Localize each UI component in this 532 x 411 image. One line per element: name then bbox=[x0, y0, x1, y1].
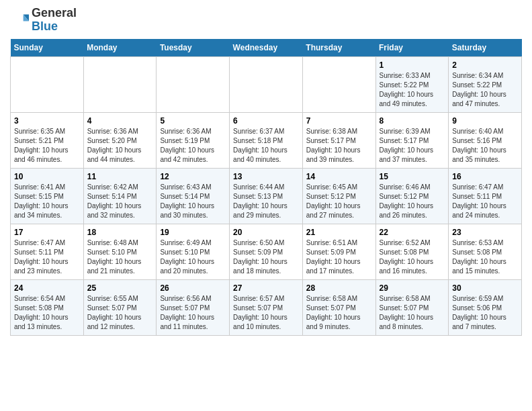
day-number: 4 bbox=[87, 116, 153, 126]
weekday-header: Monday bbox=[83, 39, 157, 57]
day-number: 11 bbox=[87, 172, 153, 181]
calendar-cell: 4Sunrise: 6:36 AM Sunset: 5:20 PM Daylig… bbox=[83, 112, 157, 168]
day-detail: Sunrise: 6:52 AM Sunset: 5:08 PM Dayligh… bbox=[380, 238, 445, 276]
calendar-cell: 10Sunrise: 6:41 AM Sunset: 5:15 PM Dayli… bbox=[11, 168, 84, 224]
weekday-header: Tuesday bbox=[157, 39, 230, 57]
day-number: 18 bbox=[87, 228, 153, 237]
calendar-cell: 22Sunrise: 6:52 AM Sunset: 5:08 PM Dayli… bbox=[375, 224, 449, 279]
day-number: 28 bbox=[306, 283, 372, 293]
day-detail: Sunrise: 6:39 AM Sunset: 5:17 PM Dayligh… bbox=[380, 127, 445, 165]
day-number: 10 bbox=[14, 172, 80, 181]
day-number: 3 bbox=[14, 116, 80, 126]
day-number: 25 bbox=[87, 283, 153, 293]
logo-general: General bbox=[32, 6, 77, 19]
weekday-header: Sunday bbox=[11, 39, 84, 57]
day-number: 20 bbox=[233, 228, 299, 237]
day-number: 26 bbox=[160, 283, 226, 293]
day-number: 6 bbox=[233, 116, 299, 126]
calendar-cell: 24Sunrise: 6:54 AM Sunset: 5:08 PM Dayli… bbox=[11, 279, 84, 335]
calendar-cell: 27Sunrise: 6:57 AM Sunset: 5:07 PM Dayli… bbox=[230, 279, 303, 335]
calendar-week-row: 17Sunrise: 6:47 AM Sunset: 5:11 PM Dayli… bbox=[11, 224, 522, 279]
calendar-cell: 7Sunrise: 6:38 AM Sunset: 5:17 PM Daylig… bbox=[302, 112, 375, 168]
day-detail: Sunrise: 6:37 AM Sunset: 5:18 PM Dayligh… bbox=[233, 127, 299, 165]
calendar-cell: 21Sunrise: 6:51 AM Sunset: 5:09 PM Dayli… bbox=[302, 224, 375, 279]
day-detail: Sunrise: 6:36 AM Sunset: 5:20 PM Dayligh… bbox=[87, 127, 153, 165]
calendar-cell: 12Sunrise: 6:43 AM Sunset: 5:14 PM Dayli… bbox=[157, 168, 230, 224]
calendar-cell: 19Sunrise: 6:49 AM Sunset: 5:10 PM Dayli… bbox=[157, 224, 230, 279]
day-number: 9 bbox=[452, 116, 518, 126]
day-detail: Sunrise: 6:45 AM Sunset: 5:12 PM Dayligh… bbox=[306, 183, 372, 220]
day-number: 16 bbox=[452, 172, 518, 181]
calendar-week-row: 3Sunrise: 6:35 AM Sunset: 5:21 PM Daylig… bbox=[11, 112, 522, 168]
calendar-cell bbox=[83, 56, 157, 112]
day-number: 13 bbox=[233, 172, 299, 181]
day-detail: Sunrise: 6:55 AM Sunset: 5:07 PM Dayligh… bbox=[87, 294, 153, 332]
day-detail: Sunrise: 6:57 AM Sunset: 5:07 PM Dayligh… bbox=[233, 294, 299, 332]
day-detail: Sunrise: 6:58 AM Sunset: 5:07 PM Dayligh… bbox=[306, 294, 372, 332]
day-number: 5 bbox=[160, 116, 226, 126]
day-detail: Sunrise: 6:48 AM Sunset: 5:10 PM Dayligh… bbox=[87, 238, 153, 276]
calendar-cell: 29Sunrise: 6:58 AM Sunset: 5:07 PM Dayli… bbox=[375, 279, 449, 335]
day-number: 24 bbox=[14, 283, 80, 293]
calendar-cell: 8Sunrise: 6:39 AM Sunset: 5:17 PM Daylig… bbox=[375, 112, 449, 168]
calendar-cell: 11Sunrise: 6:42 AM Sunset: 5:14 PM Dayli… bbox=[83, 168, 157, 224]
day-number: 30 bbox=[452, 283, 518, 293]
day-detail: Sunrise: 6:43 AM Sunset: 5:14 PM Dayligh… bbox=[160, 183, 226, 220]
day-detail: Sunrise: 6:50 AM Sunset: 5:09 PM Dayligh… bbox=[233, 238, 299, 276]
day-detail: Sunrise: 6:34 AM Sunset: 5:22 PM Dayligh… bbox=[452, 71, 518, 109]
day-detail: Sunrise: 6:46 AM Sunset: 5:12 PM Dayligh… bbox=[380, 183, 445, 220]
day-detail: Sunrise: 6:33 AM Sunset: 5:22 PM Dayligh… bbox=[380, 71, 445, 109]
day-number: 19 bbox=[160, 228, 226, 237]
calendar-cell: 25Sunrise: 6:55 AM Sunset: 5:07 PM Dayli… bbox=[83, 279, 157, 335]
day-detail: Sunrise: 6:47 AM Sunset: 5:11 PM Dayligh… bbox=[14, 238, 80, 276]
day-detail: Sunrise: 6:40 AM Sunset: 5:16 PM Dayligh… bbox=[452, 127, 518, 165]
calendar-cell: 6Sunrise: 6:37 AM Sunset: 5:18 PM Daylig… bbox=[230, 112, 303, 168]
day-number: 23 bbox=[452, 228, 518, 237]
logo-icon bbox=[10, 11, 29, 30]
day-detail: Sunrise: 6:38 AM Sunset: 5:17 PM Dayligh… bbox=[306, 127, 372, 165]
calendar-cell bbox=[230, 56, 303, 112]
day-number: 1 bbox=[380, 60, 445, 70]
calendar-cell: 5Sunrise: 6:36 AM Sunset: 5:19 PM Daylig… bbox=[157, 112, 230, 168]
day-number: 22 bbox=[380, 228, 445, 237]
day-number: 17 bbox=[14, 228, 80, 237]
calendar-cell bbox=[157, 56, 230, 112]
day-detail: Sunrise: 6:56 AM Sunset: 5:07 PM Dayligh… bbox=[160, 294, 226, 332]
calendar-week-row: 1Sunrise: 6:33 AM Sunset: 5:22 PM Daylig… bbox=[11, 56, 522, 112]
weekday-header: Friday bbox=[375, 39, 449, 57]
weekday-header-row: SundayMondayTuesdayWednesdayThursdayFrid… bbox=[11, 39, 522, 57]
calendar-cell: 26Sunrise: 6:56 AM Sunset: 5:07 PM Dayli… bbox=[157, 279, 230, 335]
calendar-cell bbox=[11, 56, 84, 112]
day-detail: Sunrise: 6:47 AM Sunset: 5:11 PM Dayligh… bbox=[452, 183, 518, 220]
calendar-cell: 16Sunrise: 6:47 AM Sunset: 5:11 PM Dayli… bbox=[449, 168, 522, 224]
weekday-header: Saturday bbox=[449, 39, 522, 57]
calendar-week-row: 24Sunrise: 6:54 AM Sunset: 5:08 PM Dayli… bbox=[11, 279, 522, 335]
day-number: 8 bbox=[380, 116, 445, 126]
calendar-cell: 23Sunrise: 6:53 AM Sunset: 5:08 PM Dayli… bbox=[449, 224, 522, 279]
calendar-cell: 14Sunrise: 6:45 AM Sunset: 5:12 PM Dayli… bbox=[302, 168, 375, 224]
day-detail: Sunrise: 6:35 AM Sunset: 5:21 PM Dayligh… bbox=[14, 127, 80, 165]
day-number: 14 bbox=[306, 172, 372, 181]
calendar-cell: 1Sunrise: 6:33 AM Sunset: 5:22 PM Daylig… bbox=[375, 56, 449, 112]
day-detail: Sunrise: 6:41 AM Sunset: 5:15 PM Dayligh… bbox=[14, 183, 80, 220]
calendar-cell: 17Sunrise: 6:47 AM Sunset: 5:11 PM Dayli… bbox=[11, 224, 84, 279]
logo-text: General Blue bbox=[32, 7, 77, 34]
calendar-table: SundayMondayTuesdayWednesdayThursdayFrid… bbox=[10, 39, 522, 336]
day-detail: Sunrise: 6:53 AM Sunset: 5:08 PM Dayligh… bbox=[452, 238, 518, 276]
calendar-cell: 2Sunrise: 6:34 AM Sunset: 5:22 PM Daylig… bbox=[449, 56, 522, 112]
day-detail: Sunrise: 6:36 AM Sunset: 5:19 PM Dayligh… bbox=[160, 127, 226, 165]
day-detail: Sunrise: 6:58 AM Sunset: 5:07 PM Dayligh… bbox=[380, 294, 445, 332]
day-detail: Sunrise: 6:51 AM Sunset: 5:09 PM Dayligh… bbox=[306, 238, 372, 276]
day-detail: Sunrise: 6:54 AM Sunset: 5:08 PM Dayligh… bbox=[14, 294, 80, 332]
day-detail: Sunrise: 6:44 AM Sunset: 5:13 PM Dayligh… bbox=[233, 183, 299, 220]
calendar-cell bbox=[302, 56, 375, 112]
logo: General Blue bbox=[10, 7, 77, 34]
calendar-cell: 15Sunrise: 6:46 AM Sunset: 5:12 PM Dayli… bbox=[375, 168, 449, 224]
weekday-header: Thursday bbox=[302, 39, 375, 57]
day-number: 27 bbox=[233, 283, 299, 293]
calendar-week-row: 10Sunrise: 6:41 AM Sunset: 5:15 PM Dayli… bbox=[11, 168, 522, 224]
day-number: 2 bbox=[452, 60, 518, 70]
page-header: General Blue bbox=[10, 7, 522, 34]
calendar-cell: 30Sunrise: 6:59 AM Sunset: 5:06 PM Dayli… bbox=[449, 279, 522, 335]
calendar-cell: 18Sunrise: 6:48 AM Sunset: 5:10 PM Dayli… bbox=[83, 224, 157, 279]
